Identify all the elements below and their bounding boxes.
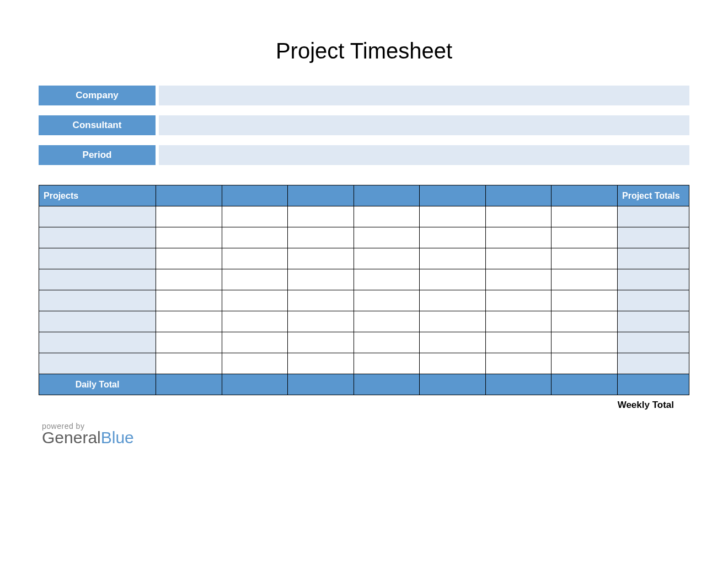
table-row [39, 353, 689, 374]
day-cell[interactable] [288, 248, 354, 269]
day-cell[interactable] [552, 332, 618, 353]
day-cell[interactable] [288, 206, 354, 227]
day-cell[interactable] [420, 311, 486, 332]
project-total-cell [618, 311, 689, 332]
day-cell[interactable] [156, 269, 222, 290]
period-label: Period [39, 145, 156, 165]
day-cell[interactable] [288, 290, 354, 311]
day-cell[interactable] [354, 311, 420, 332]
daily-total-label: Daily Total [39, 374, 156, 395]
day-cell[interactable] [552, 290, 618, 311]
day-cell[interactable] [156, 248, 222, 269]
project-cell[interactable] [39, 248, 156, 269]
day-cell[interactable] [222, 311, 288, 332]
header-day-6[interactable] [485, 185, 552, 206]
day-cell[interactable] [485, 353, 552, 374]
day-cell[interactable] [420, 227, 486, 248]
info-section: Company Consultant Period [39, 86, 689, 165]
day-cell[interactable] [420, 290, 486, 311]
table-row [39, 290, 689, 311]
day-cell[interactable] [354, 353, 420, 374]
day-cell[interactable] [288, 269, 354, 290]
project-cell[interactable] [39, 206, 156, 227]
day-cell[interactable] [354, 227, 420, 248]
project-cell[interactable] [39, 290, 156, 311]
project-total-cell [618, 206, 689, 227]
day-cell[interactable] [485, 332, 552, 353]
header-day-7[interactable] [552, 185, 618, 206]
day-cell[interactable] [354, 332, 420, 353]
day-cell[interactable] [485, 290, 552, 311]
day-cell[interactable] [156, 206, 222, 227]
day-cell[interactable] [354, 290, 420, 311]
daily-total-cell [222, 374, 288, 395]
brand-part1: General [42, 428, 101, 447]
project-total-cell [618, 353, 689, 374]
day-cell[interactable] [156, 311, 222, 332]
day-cell[interactable] [485, 206, 552, 227]
day-cell[interactable] [354, 206, 420, 227]
header-day-1[interactable] [156, 185, 222, 206]
table-row [39, 227, 689, 248]
daily-total-cell [485, 374, 552, 395]
day-cell[interactable] [222, 290, 288, 311]
day-cell[interactable] [485, 227, 552, 248]
day-cell[interactable] [156, 332, 222, 353]
consultant-input[interactable] [159, 115, 689, 135]
brand-logo: GeneralBlue [42, 429, 689, 446]
header-day-4[interactable] [354, 185, 420, 206]
day-cell[interactable] [552, 206, 618, 227]
page: Project Timesheet Company Consultant Per… [0, 0, 728, 446]
header-day-2[interactable] [222, 185, 288, 206]
day-cell[interactable] [288, 311, 354, 332]
project-cell[interactable] [39, 311, 156, 332]
day-cell[interactable] [156, 290, 222, 311]
day-cell[interactable] [552, 248, 618, 269]
daily-total-cell [288, 374, 354, 395]
day-cell[interactable] [552, 269, 618, 290]
consultant-row: Consultant [39, 115, 689, 135]
page-title: Project Timesheet [39, 39, 689, 63]
day-cell[interactable] [485, 311, 552, 332]
project-cell[interactable] [39, 227, 156, 248]
table-row [39, 206, 689, 227]
header-day-3[interactable] [288, 185, 354, 206]
day-cell[interactable] [288, 353, 354, 374]
project-total-cell [618, 248, 689, 269]
day-cell[interactable] [420, 269, 486, 290]
day-cell[interactable] [420, 248, 486, 269]
project-cell[interactable] [39, 332, 156, 353]
day-cell[interactable] [420, 353, 486, 374]
day-cell[interactable] [354, 248, 420, 269]
day-cell[interactable] [288, 227, 354, 248]
project-total-cell [618, 290, 689, 311]
period-input[interactable] [159, 145, 689, 165]
header-day-5[interactable] [420, 185, 486, 206]
day-cell[interactable] [222, 332, 288, 353]
brand-part2: Blue [101, 428, 134, 447]
day-cell[interactable] [354, 269, 420, 290]
day-cell[interactable] [420, 332, 486, 353]
day-cell[interactable] [222, 269, 288, 290]
day-cell[interactable] [288, 332, 354, 353]
day-cell[interactable] [420, 206, 486, 227]
day-cell[interactable] [156, 353, 222, 374]
period-row: Period [39, 145, 689, 165]
day-cell[interactable] [485, 248, 552, 269]
day-cell[interactable] [552, 353, 618, 374]
day-cell[interactable] [222, 248, 288, 269]
daily-total-row: Daily Total [39, 374, 689, 395]
day-cell[interactable] [222, 353, 288, 374]
day-cell[interactable] [552, 311, 618, 332]
day-cell[interactable] [485, 269, 552, 290]
day-cell[interactable] [156, 227, 222, 248]
project-cell[interactable] [39, 353, 156, 374]
day-cell[interactable] [222, 206, 288, 227]
table-header-row: Projects Project Totals [39, 185, 689, 206]
consultant-label: Consultant [39, 115, 156, 135]
day-cell[interactable] [222, 227, 288, 248]
daily-total-cell [420, 374, 486, 395]
project-cell[interactable] [39, 269, 156, 290]
day-cell[interactable] [552, 227, 618, 248]
company-input[interactable] [159, 86, 689, 105]
